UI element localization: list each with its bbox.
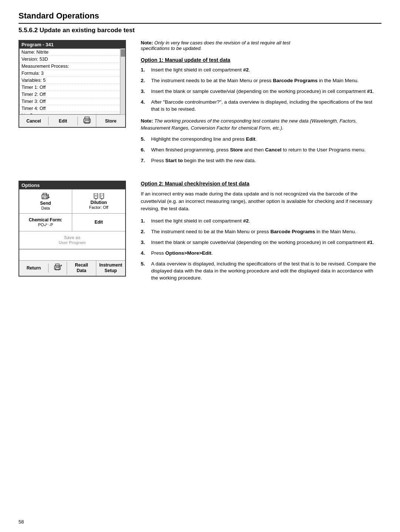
left-column-top: Program - 341 Name: NitriteVersion: 53DM…: [19, 40, 130, 170]
option2-steps: 1. Insert the light shield in cell compa…: [141, 218, 381, 281]
send-data-cell[interactable]: Send Data: [19, 190, 72, 214]
bottom-section: Options Send Data: [19, 181, 381, 287]
svg-rect-5: [43, 193, 47, 195]
option1-note-label: Note:: [141, 118, 153, 124]
opt2-step-4: 4. Press Options>More>Edit.: [141, 250, 381, 257]
dilution-icon: [93, 193, 99, 200]
program-box-list-container: Name: NitriteVersion: 53DMeasurement Pro…: [19, 48, 125, 114]
step-6: 6. When finished programming, press Stor…: [141, 147, 381, 154]
step-5-text: Highlight the corresponding line and pre…: [151, 136, 257, 143]
note-text: Only in very few cases does the revision…: [141, 40, 290, 51]
store-button[interactable]: Store: [96, 117, 125, 126]
program-list: Name: NitriteVersion: 53DMeasurement Pro…: [19, 48, 125, 114]
list-item: Version: 53D: [20, 56, 125, 63]
page-title: Standard Operations: [19, 11, 99, 20]
step-7-num: 7.: [141, 157, 147, 164]
step-6-num: 6.: [141, 147, 147, 154]
svg-rect-15: [101, 195, 101, 195]
step-2: 2. The instrument needs to be at the Mai…: [141, 77, 381, 84]
step-4: 4. After "Barcode controlnumber?", a dat…: [141, 99, 381, 113]
section-title: 5.5.6.2 Update an existing barcode test: [19, 27, 381, 34]
step-7-text: Press Start to begin the test with the n…: [151, 157, 256, 164]
svg-rect-21: [59, 267, 60, 267]
step-2-text: The instrument needs to be at the Main M…: [151, 77, 359, 84]
print-icon-button[interactable]: [78, 115, 96, 127]
save-user-program-cell: Save as User Program: [19, 231, 125, 249]
option1-steps2: 5. Highlight the corresponding line and …: [141, 136, 381, 164]
dilution-icon-group: [93, 193, 104, 200]
page-header: Standard Operations: [19, 11, 381, 24]
list-item: Timer 3: Off: [20, 98, 125, 105]
edit-label: Edit: [94, 220, 103, 225]
step-3-num: 3.: [141, 88, 147, 95]
svg-rect-17: [101, 196, 101, 197]
scrollbar[interactable]: [120, 48, 125, 114]
edit-button[interactable]: Edit: [49, 117, 78, 126]
opt2-step-2-num: 2.: [141, 228, 147, 235]
list-item: Name: Nitrite: [20, 49, 125, 56]
option1-heading: Option 1: Manual update of test data: [141, 57, 381, 63]
option2-heading: Option 2: Manual check/revision of test …: [141, 181, 381, 187]
opt2-step-1-text: Insert the light shield in cell compartm…: [151, 218, 250, 225]
options-box-header: Options: [19, 181, 125, 189]
program-box-header: Program - 341: [19, 41, 125, 48]
chemical-form-value: PO₄³⁻-P: [38, 222, 53, 227]
dilution-label: Dilution: [90, 200, 107, 205]
step-1-num: 1.: [141, 67, 147, 74]
send-data-icon: [41, 193, 50, 201]
list-item: Measurement Process:: [20, 63, 125, 70]
opt2-step-1-num: 1.: [141, 218, 147, 225]
step-2-num: 2.: [141, 77, 147, 84]
svg-rect-13: [100, 193, 104, 198]
svg-rect-3: [89, 120, 90, 120]
instrument-setup-button[interactable]: Instrument Setup: [96, 261, 125, 276]
save-label: Save as: [64, 235, 81, 240]
svg-rect-2: [85, 121, 89, 123]
list-item: Timer 1: Off: [20, 84, 125, 91]
options-box: Options Send Data: [19, 181, 126, 277]
opt2-step-5-text: A data overview is displayed, including …: [151, 261, 381, 282]
option1-note-text: The working procedures of the correspond…: [141, 118, 357, 130]
opt2-step-3-text: Insert the blank or sample cuvette/vial …: [151, 239, 374, 246]
opt2-step-5-num: 5.: [141, 261, 147, 282]
step-3-text: Insert the blank or sample cuvette/vial …: [151, 88, 374, 95]
note-label: Note:: [141, 40, 153, 46]
chemical-form-cell[interactable]: Chemical Form: PO₄³⁻-P: [19, 214, 72, 231]
dilution-icon2: [99, 193, 104, 200]
dilution-cell[interactable]: Dilution Factor: Off: [72, 190, 125, 214]
svg-rect-6: [43, 197, 47, 199]
scrollbar-thumb: [121, 49, 125, 57]
cancel-button[interactable]: Cancel: [19, 117, 49, 126]
svg-rect-7: [46, 195, 47, 196]
chemical-form-label: Chemical Form:: [29, 217, 63, 222]
opt2-step-3: 3. Insert the blank or sample cuvette/vi…: [141, 239, 381, 246]
step-4-text: After "Barcode controlnumber?", a data o…: [151, 99, 381, 113]
program-box-buttons: Cancel Edit Store: [19, 114, 125, 127]
options-spacer: [19, 249, 125, 260]
page-number: 58: [19, 519, 24, 525]
opt2-step-2-text: The instrument need to be at the Main Me…: [151, 228, 356, 235]
svg-rect-16: [102, 195, 103, 195]
options-print-icon[interactable]: [49, 262, 67, 275]
step-6-text: When finished programming, press Store a…: [151, 147, 366, 154]
option2-intro: If an incorrect entry was made during th…: [141, 190, 381, 213]
recall-data-button[interactable]: Recall Data: [67, 261, 96, 276]
send-label: Send: [40, 201, 51, 206]
opt2-step-4-text: Press Options>More>Edit.: [151, 250, 213, 257]
edit-cell[interactable]: Edit: [72, 214, 125, 231]
step-3: 3. Insert the blank or sample cuvette/vi…: [141, 88, 381, 95]
opt2-step-4-num: 4.: [141, 250, 147, 257]
top-note: Note: Only in very few cases does the re…: [141, 40, 296, 51]
top-section: Program - 341 Name: NitriteVersion: 53DM…: [19, 40, 381, 170]
option1-note: Note: The working procedures of the corr…: [141, 118, 381, 131]
step-1: 1. Insert the light shield in cell compa…: [141, 67, 381, 74]
printer-icon: [83, 117, 91, 124]
send-sublabel: Data: [41, 206, 50, 210]
list-item: No: 5: [20, 112, 125, 114]
opt2-step-1: 1. Insert the light shield in cell compa…: [141, 218, 381, 225]
step-5: 5. Highlight the corresponding line and …: [141, 136, 381, 143]
return-button[interactable]: Return: [19, 264, 49, 272]
step-4-num: 4.: [141, 99, 147, 113]
step-1-text: Insert the light shield in cell compartm…: [151, 67, 250, 74]
dilution-sublabel: Factor: Off: [89, 205, 109, 210]
